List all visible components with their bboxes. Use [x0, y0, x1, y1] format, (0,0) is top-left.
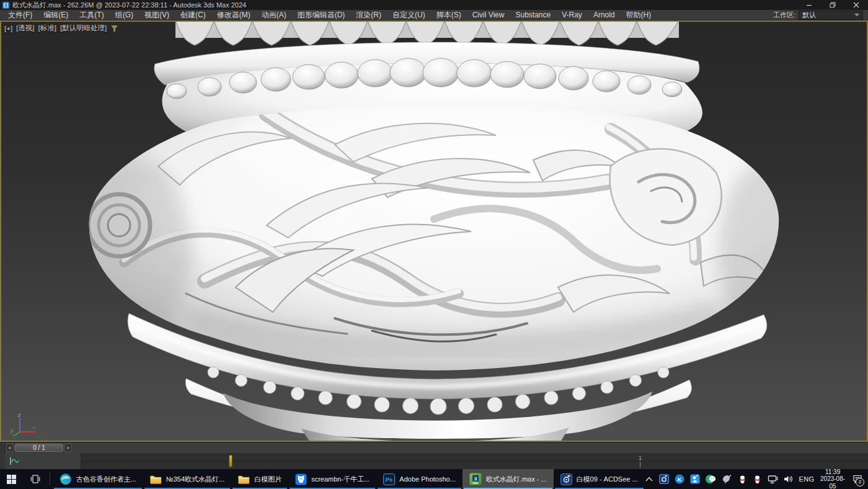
taskbar-app-3dsmax[interactable]: 3 MAX 欧式水晶灯.max - ... [463, 469, 554, 489]
taskbar-app-label: screambn-千牛工... [311, 475, 370, 484]
wangwang-tray-icon[interactable] [690, 474, 700, 485]
minimize-icon [806, 2, 812, 8]
wechat-tray-icon[interactable] [706, 474, 716, 485]
hidden-icons-chevron[interactable] [645, 474, 653, 485]
current-frame-marker[interactable] [229, 455, 232, 467]
taskbar-app-acdsee[interactable]: 白模09 - ACDSee ... [554, 469, 645, 489]
taskbar-app-label: Adobe Photosho... [399, 475, 456, 483]
folder-icon [150, 475, 162, 484]
qq-tray-icon[interactable] [738, 474, 747, 485]
taskbar-app-label: 白模图片 [254, 475, 281, 484]
3dsmax-app-icon: 3 [2, 2, 9, 9]
taskbar-app-photoshop[interactable]: Ps Adobe Photosho... [376, 469, 463, 489]
menu-views[interactable]: 视图(V) [139, 10, 175, 20]
windows-taskbar: 古色谷香创作者主... №354欧式水晶灯... 白模图片 [0, 469, 868, 489]
workspace-label: 工作区: [773, 11, 795, 20]
menu-customize[interactable]: 自定义(U) [387, 10, 431, 20]
menu-modifiers[interactable]: 修改器(M) [211, 10, 256, 20]
acdsee-icon [560, 473, 572, 485]
per-view-filter-icon[interactable] [110, 25, 118, 32]
menu-tools[interactable]: 工具(T) [74, 10, 109, 20]
time-slider-bar: < 0 / 1 > [0, 442, 868, 453]
qq-2-tray-icon[interactable] [753, 474, 762, 485]
menu-animation[interactable]: 动画(A) [256, 10, 292, 20]
acdsee-tray-icon[interactable] [659, 474, 669, 485]
folder-icon [238, 475, 250, 484]
taskbar-app-folder-baimo[interactable]: 白模图片 [231, 469, 288, 489]
taskbar-app-qianniu[interactable]: screambn-千牛工... [288, 469, 376, 489]
start-button[interactable] [0, 469, 24, 489]
menu-help[interactable]: 帮助(H) [621, 10, 657, 20]
k-app-tray-icon[interactable]: K [675, 474, 684, 485]
svg-text:z: z [17, 412, 21, 418]
menu-edit[interactable]: 编辑(E) [38, 10, 74, 20]
curve-editor-icon [9, 457, 19, 465]
close-button[interactable] [844, 0, 868, 10]
language-indicator[interactable]: ENG [799, 475, 815, 483]
vase-3d-model[interactable] [1, 22, 867, 441]
svg-text:x: x [32, 424, 35, 431]
viewport-pov-menu[interactable]: [透视] [16, 24, 34, 33]
trackbar-groove [81, 461, 868, 462]
taskbar-app-label: 古色谷香创作者主... [76, 475, 136, 484]
chevron-down-icon [854, 14, 859, 16]
world-axis-gizmo: z x y [10, 412, 38, 437]
trackbar-left-panel [5, 453, 81, 469]
perspective-viewport[interactable]: [+] [透视] [标准] [默认明暗处理] z x y [0, 20, 868, 442]
restore-icon [830, 2, 836, 8]
track-bar[interactable]: 1 [0, 453, 868, 469]
window-title: 欧式水晶灯.max - 262.26M @ 2023-07-22 22:38:1… [12, 1, 246, 10]
notification-count-badge: 2 [856, 478, 864, 487]
menu-vray[interactable]: V-Ray [556, 10, 588, 20]
close-icon [853, 2, 859, 8]
menu-substance[interactable]: Substance [510, 10, 556, 20]
network-tray-icon[interactable] [768, 474, 778, 485]
end-frame-tick: 1 [639, 455, 642, 467]
task-view-button[interactable] [24, 469, 47, 489]
menu-group[interactable]: 组(G) [110, 10, 139, 20]
svg-text:Ps: Ps [386, 477, 392, 483]
menu-rendering[interactable]: 渲染(R) [350, 10, 387, 20]
viewport-shading-menu[interactable]: [默认明暗处理] [60, 24, 107, 33]
timeline-splitter[interactable] [0, 442, 6, 454]
qianniu-icon [295, 473, 307, 485]
taskbar-app-edge[interactable]: 古色谷香创作者主... [53, 469, 143, 489]
taskbar-app-label: 欧式水晶灯.max - ... [486, 475, 547, 484]
menu-file[interactable]: 文件(F) [2, 10, 38, 20]
tray-date: 2023-08-05 [820, 475, 846, 489]
menu-bar: 文件(F) 编辑(E) 工具(T) 组(G) 视图(V) 创建(C) 修改器(M… [0, 10, 868, 20]
svg-text:y: y [10, 428, 14, 434]
mini-curve-editor-button[interactable] [8, 455, 20, 467]
previous-frame-button[interactable]: < [6, 444, 14, 452]
viewport-general-menu[interactable]: [+] [4, 25, 12, 32]
restore-button[interactable] [821, 0, 844, 10]
svg-text:MAX: MAX [472, 482, 478, 485]
3dsmax-icon: 3 MAX [469, 473, 482, 485]
clock[interactable]: 11:39 2023-08-05 [820, 469, 846, 489]
minimize-button[interactable] [797, 0, 821, 10]
menu-scripting[interactable]: 脚本(S) [431, 10, 467, 20]
workspace-value: 默认 [802, 11, 816, 20]
taskbar-app-label: 白模09 - ACDSee ... [577, 475, 638, 484]
menu-civil-view[interactable]: Civil View [467, 10, 510, 20]
remote-tool-tray-icon[interactable] [722, 474, 732, 485]
action-center-button[interactable]: 2 [851, 471, 864, 487]
taskbar-app-folder-354[interactable]: №354欧式水晶灯... [143, 469, 231, 489]
volume-tray-icon[interactable] [784, 474, 794, 485]
menu-create[interactable]: 创建(C) [175, 10, 211, 20]
menu-graph-editors[interactable]: 图形编辑器(D) [292, 10, 351, 20]
viewport-renderer-menu[interactable]: [标准] [38, 24, 56, 33]
time-slider[interactable]: 0 / 1 [15, 444, 63, 452]
svg-text:3: 3 [5, 3, 7, 7]
taskbar-separator [50, 473, 50, 485]
edge-browser-icon [60, 473, 72, 485]
workspace-dropdown[interactable]: 默认 [799, 11, 863, 20]
menu-arnold[interactable]: Arnold [588, 10, 621, 20]
viewport-label: [+] [透视] [标准] [默认明暗处理] [4, 24, 118, 33]
taskbar-app-label: №354欧式水晶灯... [166, 475, 224, 484]
svg-text:K: K [677, 476, 681, 483]
title-bar: 3 欧式水晶灯.max - 262.26M @ 2023-07-22 22:38… [0, 0, 868, 10]
task-view-icon [30, 475, 40, 483]
next-frame-button[interactable]: > [64, 444, 72, 452]
system-tray: K [645, 469, 868, 489]
